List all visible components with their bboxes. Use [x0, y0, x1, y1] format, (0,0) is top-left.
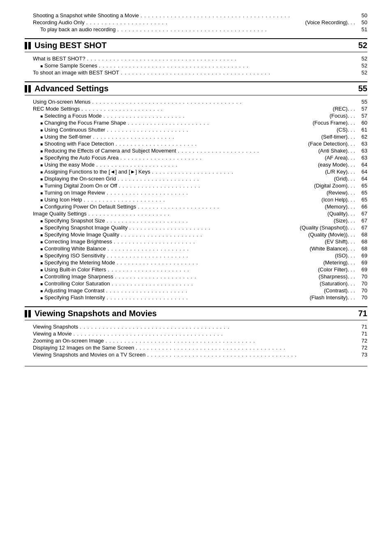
toc-entry: Viewing Snapshots and Movies on a TV Scr… [25, 352, 367, 358]
entry-dots: . . . . . . . . . . . . . . . . . . . . … [108, 266, 316, 273]
entry-dots: . . . . . . . . . . . . . . . . . . . . … [112, 280, 318, 287]
entry-dots: . . . . . . . . . . . . . . . . . . . . … [136, 345, 353, 351]
bullet-icon: ■ [40, 240, 43, 244]
bullet-icon: ■ [40, 184, 43, 188]
toc-entry: What is BEST SHOT? . . . . . . . . . . .… [25, 56, 367, 62]
entry-suffix: (Quality (Snapshot)). . . [300, 225, 355, 231]
entry-dots: . . . . . . . . . . . . . . . . . . . . … [152, 169, 323, 175]
entry-label: ■Configuring Power On Default Settings [40, 204, 136, 210]
entry-dots: . . . . . . . . . . . . . . . . . . . . … [119, 183, 312, 189]
section-title-text: Viewing Snapshots and Movies [35, 309, 157, 318]
entry-label: Recording Audio Only [33, 19, 85, 25]
entry-suffix: (Digital Zoom). . . [314, 183, 355, 189]
entry-dots: . . . . . . . . . . . . . . . . . . . . … [84, 197, 320, 203]
entry-label: ■Using the Self-timer [40, 134, 91, 140]
entry-suffix: (Quality (Movie)). . . [308, 232, 355, 238]
bullet-icon: ■ [40, 247, 43, 251]
entry-page: 65 [355, 197, 367, 203]
entry-label: ■Adjusting Image Contrast [40, 287, 104, 294]
toc-entry: Shooting a Snapshot while Shooting a Mov… [25, 12, 367, 19]
bullet-icon: ■ [40, 289, 43, 293]
entry-dots: . . . . . . . . . . . . . . . . . . . . … [73, 331, 353, 337]
toc-entry: ■Using Built-in Color Filters . . . . . … [25, 266, 367, 273]
entry-suffix: (White Balance). . . [309, 245, 355, 252]
toc-entry: ■Specifying Movie Image Quality . . . . … [25, 232, 367, 238]
entry-suffix: (Color Filter). . . [318, 266, 355, 273]
entry-page: 61 [355, 127, 367, 133]
bullet-icon: ■ [40, 226, 43, 230]
toc-entry: Using On-screen Menus . . . . . . . . . … [25, 99, 367, 105]
toc-container: Shooting a Snapshot while Shooting a Mov… [25, 12, 367, 369]
entry-page: 51 [355, 26, 367, 32]
section-page-number: 52 [358, 41, 367, 50]
entry-dots: . . . . . . . . . . . . . . . . . . . . … [108, 245, 308, 252]
toc-entry: ■Using the easy Mode . . . . . . . . . .… [25, 162, 367, 168]
entry-dots: . . . . . . . . . . . . . . . . . . . . … [141, 12, 353, 19]
bullet-icon: ■ [40, 282, 43, 286]
toc-entry: ■Using Icon Help . . . . . . . . . . . .… [25, 197, 367, 203]
entry-dots: . . . . . . . . . . . . . . . . . . . . … [178, 148, 317, 154]
entry-suffix: (CS). . . [337, 127, 355, 133]
toc-entry: ■Specifying the Auto Focus Area . . . . … [25, 155, 367, 161]
entry-page: 70 [355, 280, 367, 287]
entry-label: To play back an audio recording [40, 26, 116, 32]
entry-page: 73 [355, 352, 367, 358]
entry-dots: . . . . . . . . . . . . . . . . . . . . … [128, 120, 311, 126]
entry-label: ■Turning Digital Zoom On or Off [40, 183, 117, 189]
entry-suffix: (Voice Recording). . . [305, 19, 355, 25]
section-page-number: 71 [358, 309, 367, 318]
entry-label: Zooming an On-screen Image [33, 338, 104, 344]
section-icon [25, 42, 31, 49]
toc-entry: ■Controlling Image Sharpness . . . . . .… [25, 273, 367, 280]
toc-entry: ■Displaying the On-screen Grid . . . . .… [25, 176, 367, 182]
entry-dots: . . . . . . . . . . . . . . . . . . . . … [121, 232, 307, 238]
toc-entry: ■Controlling Color Saturation . . . . . … [25, 280, 367, 287]
bullet-icon: ■ [40, 219, 43, 223]
bullet-icon: ■ [40, 156, 43, 160]
toc-entry: ■Specifying the Metering Mode . . . . . … [25, 259, 367, 266]
entry-dots: . . . . . . . . . . . . . . . . . . . . … [118, 176, 332, 182]
toc-entry: Viewing Snapshots . . . . . . . . . . . … [25, 324, 367, 330]
entry-label: Viewing Snapshots and Movies on a TV Scr… [33, 352, 145, 358]
entry-suffix: (easy Mode). . . [318, 162, 355, 168]
entry-page: 69 [355, 259, 367, 266]
entry-suffix: (L/R Key). . . [325, 169, 355, 175]
entry-page: 52 [355, 63, 367, 69]
entry-suffix: (Focus Frame). . . [313, 120, 355, 126]
entry-suffix: (Size). . . [334, 218, 355, 224]
section-icon [25, 85, 31, 93]
entry-label: ■Selecting a Focus Mode [40, 113, 102, 119]
section-icon [25, 310, 31, 317]
entry-label: ■Using Continuous Shutter [40, 127, 105, 133]
toc-entry: Recording Audio Only . . . . . . . . . .… [25, 19, 367, 25]
entry-label: ■Using the easy Mode [40, 162, 95, 168]
toc-entry: ■Correcting Image Brightness . . . . . .… [25, 238, 367, 245]
entry-page: 70 [355, 287, 367, 294]
entry-label: ■Changing the Focus Frame Shape [40, 120, 126, 126]
entry-page: 57 [355, 106, 367, 112]
bullet-icon: ■ [40, 128, 43, 132]
entry-suffix: (AF Area). . . [325, 155, 355, 161]
bullet-icon: ■ [40, 142, 43, 146]
entry-suffix: (Icon Help). . . [321, 197, 355, 203]
entry-dots: . . . . . . . . . . . . . . . . . . . . … [118, 26, 353, 32]
entry-dots: . . . . . . . . . . . . . . . . . . . . … [117, 259, 322, 266]
entry-label: ■Controlling Image Sharpness [40, 273, 113, 280]
entry-dots: . . . . . . . . . . . . . . . . . . . . … [81, 106, 331, 112]
entry-page: 71 [355, 324, 367, 330]
entry-page: 62 [355, 134, 367, 140]
entry-dots: . . . . . . . . . . . . . . . . . . . . … [115, 273, 317, 280]
entry-dots: . . . . . . . . . . . . . . . . . . . . … [106, 294, 308, 301]
entry-suffix: (REC). . . [333, 106, 355, 112]
entry-page: 68 [355, 232, 367, 238]
bullet-icon: ■ [40, 275, 43, 279]
toc-entry: Image Quality Settings . . . . . . . . .… [25, 211, 367, 217]
entry-label: ■Assigning Functions to the [◄] and [►] … [40, 169, 150, 175]
bullet-icon: ■ [40, 205, 43, 209]
entry-label: ■Correcting Image Brightness [40, 238, 112, 245]
toc-entry: ■Assigning Functions to the [◄] and [►] … [25, 169, 367, 175]
entry-page: 70 [355, 294, 367, 301]
bullet-icon: ■ [40, 177, 43, 181]
entry-label: ■Specifying ISO Sensitivity [40, 252, 105, 259]
entry-dots: . . . . . . . . . . . . . . . . . . . . … [87, 56, 353, 62]
